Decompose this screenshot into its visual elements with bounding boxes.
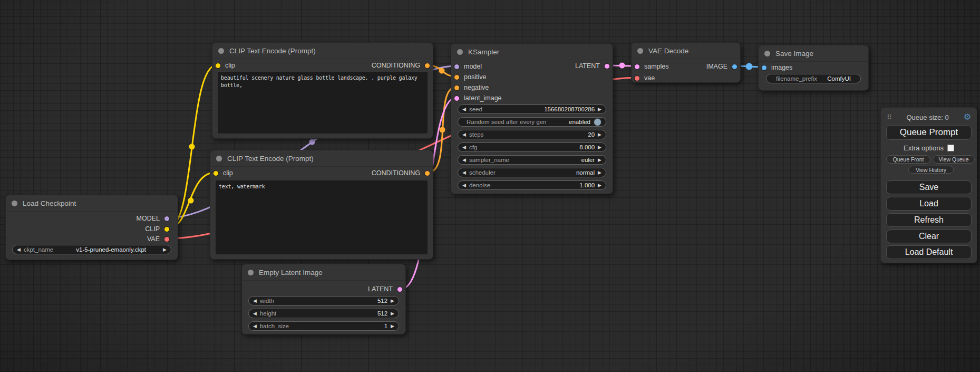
conditioning-port-dot[interactable]: [454, 74, 460, 80]
node-title-bar[interactable]: KSampler: [451, 44, 613, 60]
clip-input-port[interactable]: clip: [213, 168, 233, 178]
conditioning-port-dot[interactable]: [424, 170, 430, 176]
filename-prefix-widget[interactable]: filename_prefix ComfyUI: [766, 74, 861, 83]
queue-prompt-button[interactable]: Queue Prompt: [886, 125, 972, 140]
load-default-button[interactable]: Load Default: [886, 245, 972, 259]
decrement-arrow-icon[interactable]: ◀: [17, 247, 21, 252]
save-button[interactable]: Save: [886, 180, 972, 194]
collapse-dot-icon[interactable]: [216, 156, 222, 161]
increment-arrow-icon[interactable]: ▶: [391, 311, 394, 316]
comfyui-canvas[interactable]: { "colors": { "model": "#B39DDB", "clip"…: [0, 0, 980, 372]
decrement-arrow-icon[interactable]: ◀: [253, 299, 257, 303]
toggle-knob[interactable]: [594, 118, 601, 126]
node-title-bar[interactable]: VAE Decode: [632, 43, 740, 59]
batch-size-widget[interactable]: ◀ batch_size 1 ▶: [248, 321, 399, 331]
increment-arrow-icon[interactable]: ▶: [391, 299, 394, 303]
samples-input-port[interactable]: samples: [634, 62, 669, 71]
collapse-dot-icon[interactable]: [457, 49, 463, 55]
decrement-arrow-icon[interactable]: ◀: [253, 324, 257, 329]
clear-button[interactable]: Clear: [886, 230, 972, 243]
collapse-dot-icon[interactable]: [218, 48, 224, 54]
clip-output-port[interactable]: CLIP: [145, 224, 170, 234]
clip-port-dot[interactable]: [215, 63, 221, 69]
steps-widget[interactable]: ◀ steps 20 ▶: [458, 130, 606, 139]
clip-input-port[interactable]: clip: [215, 61, 235, 70]
width-widget[interactable]: ◀ width 512 ▶: [248, 296, 399, 306]
node-title-bar[interactable]: Load Checkpoint: [6, 195, 178, 212]
conditioning-output-port[interactable]: CONDITIONING: [372, 168, 430, 178]
negative-prompt-textarea[interactable]: text, watermark: [216, 180, 428, 254]
view-queue-button[interactable]: View Queue: [933, 155, 975, 164]
increment-arrow-icon[interactable]: ▶: [598, 170, 601, 175]
sampler-name-widget[interactable]: ◀ sampler_name euler ▶: [458, 155, 606, 165]
clip-port-dot[interactable]: [164, 226, 170, 232]
increment-arrow-icon[interactable]: ▶: [598, 145, 601, 150]
settings-gear-icon[interactable]: ⚙: [964, 113, 971, 121]
latent-port-dot[interactable]: [454, 96, 460, 101]
latent-port-dot[interactable]: [397, 287, 403, 292]
collapse-dot-icon[interactable]: [12, 201, 17, 206]
increment-arrow-icon[interactable]: ▶: [391, 324, 394, 329]
denoise-widget[interactable]: ◀ denoise 1.000 ▶: [458, 180, 606, 190]
node-ksampler[interactable]: KSampler model positive negative latent_…: [451, 43, 613, 194]
latent-image-input-port[interactable]: latent_image: [454, 93, 502, 103]
positive-prompt-textarea[interactable]: beautiful scenery nature glass bottle la…: [218, 72, 428, 133]
latent-port-dot[interactable]: [634, 64, 640, 70]
scheduler-widget[interactable]: ◀ scheduler normal ▶: [458, 168, 606, 177]
model-port-dot[interactable]: [164, 216, 170, 222]
cfg-widget[interactable]: ◀ cfg 8.000 ▶: [458, 142, 606, 152]
height-widget[interactable]: ◀ height 512 ▶: [248, 309, 399, 318]
negative-input-port[interactable]: negative: [454, 83, 489, 92]
node-empty-latent-image[interactable]: Empty Latent Image LATENT ◀ width 512 ▶ …: [241, 264, 406, 335]
increment-arrow-icon[interactable]: ▶: [598, 107, 601, 112]
latent-port-dot[interactable]: [604, 63, 610, 69]
decrement-arrow-icon[interactable]: ◀: [462, 158, 466, 163]
queue-front-button[interactable]: Queue Front: [886, 155, 930, 164]
vae-port-dot[interactable]: [634, 75, 640, 81]
view-history-button[interactable]: View History: [908, 166, 954, 174]
node-title-bar[interactable]: CLIP Text Encode (Prompt): [212, 43, 433, 59]
increment-arrow-icon[interactable]: ▶: [598, 158, 601, 163]
ckpt-name-widget[interactable]: ◀ ckpt_name v1-5-pruned-emaonly.ckpt ▶: [12, 245, 171, 254]
collapse-dot-icon[interactable]: [248, 270, 254, 275]
conditioning-output-port[interactable]: CONDITIONING: [372, 61, 430, 70]
conditioning-port-dot[interactable]: [454, 85, 460, 91]
decrement-arrow-icon[interactable]: ◀: [462, 107, 466, 112]
decrement-arrow-icon[interactable]: ◀: [462, 170, 466, 175]
load-button[interactable]: Load: [886, 197, 972, 211]
queue-menu-panel[interactable]: ⠿ Queue size: 0 ⚙ Queue Prompt Extra opt…: [880, 107, 977, 263]
node-load-checkpoint[interactable]: Load Checkpoint MODEL CLIP VAE ◀ ckpt_na…: [5, 195, 178, 260]
drag-handle-icon[interactable]: ⠿: [887, 113, 892, 121]
node-title-bar[interactable]: Save Image: [759, 45, 868, 62]
refresh-button[interactable]: Refresh: [886, 213, 972, 227]
node-title-bar[interactable]: CLIP Text Encode (Prompt): [210, 150, 433, 167]
node-clip-text-encode-positive[interactable]: CLIP Text Encode (Prompt) clip CONDITION…: [212, 42, 433, 139]
collapse-dot-icon[interactable]: [764, 51, 770, 56]
collapse-dot-icon[interactable]: [637, 48, 643, 54]
vae-port-dot[interactable]: [164, 236, 170, 242]
positive-input-port[interactable]: positive: [454, 72, 486, 82]
decrement-arrow-icon[interactable]: ◀: [462, 132, 466, 137]
image-port-dot[interactable]: [761, 65, 767, 71]
decrement-arrow-icon[interactable]: ◀: [462, 145, 466, 150]
seed-widget[interactable]: ◀ seed 156680208700286 ▶: [458, 104, 606, 114]
model-input-port[interactable]: model: [454, 62, 482, 71]
extra-options-checkbox[interactable]: [947, 145, 954, 151]
images-input-port[interactable]: images: [761, 63, 792, 72]
vae-output-port[interactable]: VAE: [147, 234, 170, 244]
decrement-arrow-icon[interactable]: ◀: [253, 311, 257, 316]
increment-arrow-icon[interactable]: ▶: [598, 183, 601, 188]
random-seed-toggle-widget[interactable]: Random seed after every gen enabled: [458, 117, 606, 127]
conditioning-port-dot[interactable]: [424, 63, 430, 69]
model-port-dot[interactable]: [454, 64, 460, 70]
node-title-bar[interactable]: Empty Latent Image: [242, 264, 405, 281]
model-output-port[interactable]: MODEL: [137, 214, 170, 223]
clip-port-dot[interactable]: [213, 170, 219, 176]
vae-input-port[interactable]: vae: [634, 73, 655, 83]
decrement-arrow-icon[interactable]: ◀: [462, 183, 466, 188]
latent-output-port[interactable]: LATENT: [575, 61, 610, 71]
node-clip-text-encode-negative[interactable]: CLIP Text Encode (Prompt) clip CONDITION…: [210, 150, 433, 260]
node-save-image[interactable]: Save Image images filename_prefix ComfyU…: [758, 45, 869, 91]
image-port-dot[interactable]: [732, 64, 738, 70]
increment-arrow-icon[interactable]: ▶: [598, 132, 601, 137]
